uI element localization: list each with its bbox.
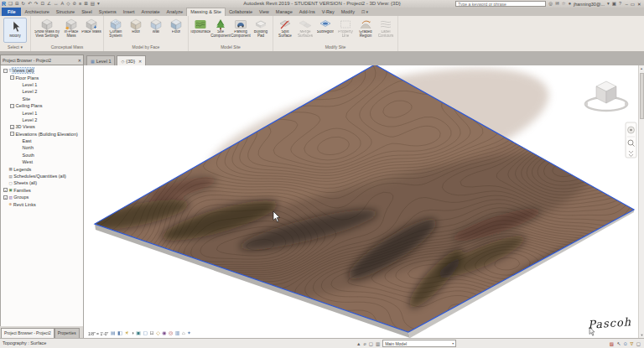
collapse-icon[interactable]: − [10, 75, 14, 80]
restore-button[interactable]: ▭ [629, 2, 636, 7]
tree-item-level-2[interactable]: Level 2 [1, 117, 83, 123]
temporary-view-properties-icon[interactable]: ▥ [175, 329, 180, 338]
redo-icon[interactable]: ↷ [34, 0, 39, 8]
sun-path-icon[interactable]: ☀ [124, 329, 128, 338]
worksharing-display-icon[interactable]: ▲ [356, 341, 361, 346]
expand-icon[interactable]: + [3, 195, 8, 200]
signed-in-user[interactable]: jhanning30@... [574, 2, 605, 7]
tree-item-elevations-building-elevation-[interactable]: −Elevations (Building Elevation) [1, 131, 83, 138]
tab-file[interactable]: File [2, 8, 21, 16]
app-store-cart-icon[interactable]: ▣ [612, 0, 616, 8]
show-rendering-dialog-icon[interactable]: ▣ [136, 329, 141, 338]
revit-logo-icon[interactable]: R [2, 0, 6, 8]
tree-item-north[interactable]: North [1, 144, 83, 151]
measure-icon[interactable]: ∠ [47, 0, 51, 8]
dock-tab-project[interactable]: Project Browser - Project2 [1, 328, 55, 338]
active-workset-icon[interactable]: ▥ [376, 341, 380, 346]
collapse-icon[interactable]: − [10, 132, 14, 136]
section-icon[interactable]: ⊘ [72, 0, 76, 8]
aligned-dimension-icon[interactable]: ↔ [54, 0, 59, 8]
tree-item-west[interactable]: West [1, 158, 83, 165]
default-3d-view-icon[interactable]: ◇ [66, 0, 70, 8]
scrollbar-thumb[interactable] [640, 73, 644, 119]
editable-only-icon[interactable]: ▢ [636, 341, 641, 346]
help-icon[interactable]: ? [619, 0, 621, 8]
print-icon[interactable]: ⊡ [40, 0, 44, 8]
text-note-icon[interactable]: A [60, 0, 64, 8]
tree-item-south[interactable]: South [1, 152, 83, 158]
3d-terrain-view[interactable] [84, 65, 638, 338]
tree-item-schedules-quantities-all-[interactable]: ▤Schedules/Quantities (all) [1, 173, 83, 179]
wall-button[interactable]: Wall [146, 17, 166, 34]
parking-component-button[interactable]: Parking Component [231, 17, 251, 39]
unlocked-3d-view-icon[interactable]: ◇ [156, 329, 160, 338]
collapse-icon[interactable]: − [3, 69, 8, 73]
show-mass-by-view-settings-button[interactable]: Show Mass by View Settings [33, 17, 61, 39]
exclude-options-icon[interactable]: ▧ [610, 341, 614, 346]
toposurface-button[interactable]: Toposurface [190, 17, 210, 34]
tab-steel[interactable]: Steel [78, 8, 96, 16]
reveal-hidden-elements-icon[interactable]: ◎ [169, 329, 173, 338]
save-icon[interactable]: ⊟ [15, 0, 19, 8]
tree-item-floor-plans[interactable]: −Floor Plans [1, 74, 83, 81]
background-processes-icon[interactable]: ⊙ [624, 341, 628, 346]
communication-center-icon[interactable]: ✉ [555, 0, 559, 8]
tree-item-sheets-all-[interactable]: ▢Sheets (all) [1, 179, 83, 186]
show-analytical-model-icon[interactable]: ⌂ [182, 329, 185, 338]
tab-structure[interactable]: Structure [53, 8, 78, 16]
expand-icon[interactable]: + [10, 125, 14, 129]
editing-requests-icon[interactable]: ⌀ [363, 341, 366, 346]
detail-level-icon[interactable]: ▤ [111, 329, 116, 338]
curtain-system-button[interactable]: Curtain System [106, 17, 126, 39]
tree-item-revit-links[interactable]: ⊕Revit Links [1, 200, 83, 207]
split-surface-button[interactable]: Split Surface [275, 17, 295, 39]
graded-region-button[interactable]: Graded Region [356, 17, 376, 39]
favorites-star-icon[interactable]: ☆ [562, 0, 566, 8]
tree-item-legends[interactable]: ▦Legends [1, 165, 83, 172]
viewcube[interactable] [584, 81, 629, 111]
customize-quick-access-icon[interactable]: ▾ [97, 0, 100, 8]
temporary-hide-isolate-icon[interactable]: ◉ [162, 329, 166, 338]
place-mass-button[interactable]: Place Mass [81, 17, 101, 34]
open-file-icon[interactable]: ❏ [8, 0, 13, 8]
roof-button[interactable]: Roof [126, 17, 146, 34]
tree-item-site[interactable]: Site [1, 96, 83, 102]
tab-add-ins[interactable]: Add-Ins [296, 8, 319, 16]
user-interface-icon[interactable]: ▤ [91, 0, 95, 8]
visual-style-icon[interactable]: ◧ [117, 329, 122, 338]
tree-item-level-1[interactable]: Level 1 [1, 81, 83, 88]
subregion-button[interactable]: Subregion [315, 17, 335, 34]
account-avatar-icon[interactable]: ● [569, 0, 571, 8]
tab-systems[interactable]: Systems [96, 8, 120, 16]
view-scale[interactable]: 1/8" = 1'-0" [88, 331, 108, 336]
tab-manage[interactable]: Manage [273, 8, 296, 16]
project-browser-header[interactable]: Project Browser - Project2 ✕ [0, 55, 84, 65]
close-button[interactable]: ✕ [636, 2, 642, 7]
workset-status-icon[interactable]: ▢ [369, 341, 373, 346]
dropdown-arrow-icon[interactable]: ▾ [607, 0, 610, 8]
collapse-icon[interactable]: − [10, 104, 14, 108]
tree-item-ceiling-plans[interactable]: −Ceiling Plans [1, 102, 83, 109]
thin-lines-icon[interactable]: ≡ [79, 0, 81, 8]
modify-button[interactable]: Modify [3, 18, 27, 43]
building-pad-button[interactable]: Building Pad [251, 17, 271, 39]
selection-filter-icon[interactable]: ∇ [631, 341, 634, 346]
undo-icon[interactable]: ↶ [28, 0, 32, 8]
tree-item-groups[interactable]: +▧Groups [1, 194, 83, 200]
shadows-icon[interactable]: ◑ [131, 329, 134, 338]
tab-massing-site[interactable]: Massing & Site [186, 8, 226, 16]
tab-architecture[interactable]: Architecture [21, 8, 52, 16]
scroll-down-icon[interactable]: ▼ [639, 332, 644, 338]
dock-tab-properties[interactable]: Properties [55, 328, 80, 338]
show-crop-region-icon[interactable]: ⊡ [150, 329, 154, 338]
tree-item-east[interactable]: East [1, 138, 83, 144]
tree-item-level-1[interactable]: Level 1 [1, 109, 83, 116]
navigation-bar[interactable] [626, 122, 636, 158]
in-place-mass-button[interactable]: In-Place Mass [61, 17, 81, 39]
close-icon[interactable]: ✕ [138, 59, 142, 64]
drawing-area[interactable]: Pascoh 1/8" = 1'-0" ▤◧☀◑▣▢⊡◇◉◎▥⌂✦ [84, 65, 638, 338]
tab-modify[interactable]: Modify [338, 8, 358, 16]
sync-with-central-icon[interactable]: ↻ [22, 0, 26, 8]
scroll-up-icon[interactable]: ▲ [639, 65, 644, 71]
site-component-button[interactable]: Site Component [210, 17, 231, 39]
